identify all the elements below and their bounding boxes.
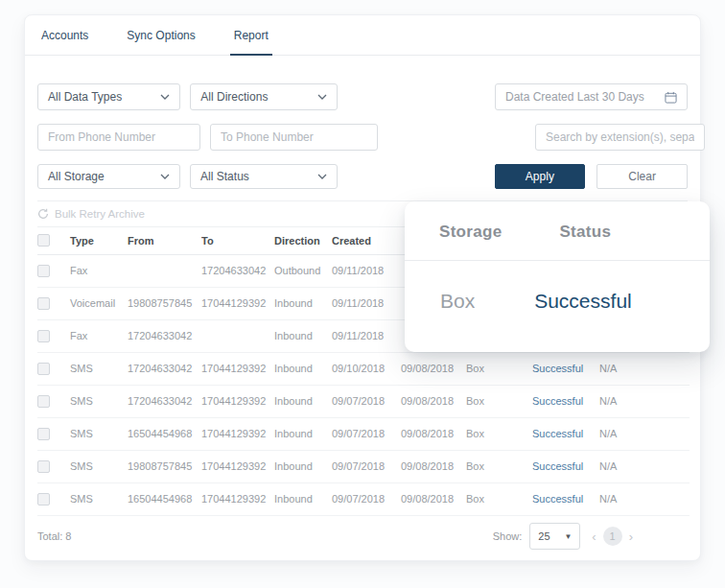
cell-extra: N/A	[599, 482, 690, 515]
cell-storage: Box	[466, 417, 532, 450]
cell-created: 09/11/2018	[332, 319, 401, 352]
clear-button[interactable]: Clear	[596, 164, 688, 189]
header-direction: Direction	[274, 227, 332, 254]
row-checkbox[interactable]	[37, 265, 50, 277]
cell-status[interactable]: Successful	[532, 450, 599, 482]
tab-sync-options[interactable]: Sync Options	[123, 15, 199, 55]
data-types-select[interactable]: All Data Types	[37, 83, 180, 110]
row-select-cell	[37, 352, 70, 385]
directions-select[interactable]: All Directions	[190, 83, 338, 110]
cell-from: 17204633042	[128, 352, 201, 385]
popup-header-row: Storage Status	[405, 201, 710, 242]
popup-storage-header: Storage	[439, 223, 502, 242]
cell-from: 19808757845	[128, 287, 201, 319]
cell-direction: Inbound	[274, 450, 332, 482]
extension-search-input[interactable]	[535, 124, 705, 151]
chevron-down-icon	[317, 94, 327, 100]
chevron-down-icon	[160, 94, 170, 100]
cell-direction: Outbound	[274, 254, 332, 287]
from-phone-input[interactable]	[37, 124, 200, 151]
popup-storage-value: Box	[440, 290, 475, 313]
cell-extra: N/A	[599, 352, 690, 385]
row-checkbox[interactable]	[37, 297, 50, 310]
calendar-icon	[665, 91, 677, 104]
next-page-icon[interactable]: ›	[629, 529, 633, 544]
apply-button[interactable]: Apply	[495, 164, 586, 189]
table-row: SMS1720463304217044129392Inbound09/10/20…	[37, 352, 690, 385]
show-label: Show:	[493, 530, 523, 542]
cell-direction: Inbound	[274, 417, 332, 450]
cell-to: 17044129392	[201, 352, 274, 385]
cell-created: 09/07/2018	[332, 417, 401, 450]
popup-status-value: Successful	[534, 290, 632, 313]
directions-select-value: All Directions	[200, 90, 268, 104]
storage-select-value: All Storage	[48, 170, 105, 183]
row-checkbox[interactable]	[37, 395, 50, 408]
cell-extra: N/A	[599, 417, 690, 450]
cell-type: Fax	[70, 319, 128, 352]
row-select-cell	[37, 450, 70, 482]
cell-type: SMS	[70, 417, 128, 450]
cell-synced: 09/08/2018	[401, 417, 466, 450]
cell-type: Voicemail	[70, 287, 128, 319]
row-select-cell	[37, 319, 70, 352]
cell-from	[128, 254, 201, 287]
cell-from: 17204633042	[128, 319, 201, 352]
table-row: SMS1650445496817044129392Inbound09/07/20…	[37, 417, 690, 450]
row-select-cell	[37, 417, 70, 450]
date-range-field[interactable]: Data Created Last 30 Days	[495, 83, 688, 110]
current-page-badge[interactable]: 1	[603, 527, 622, 546]
status-select[interactable]: All Status	[190, 164, 337, 189]
header-to: To	[201, 227, 274, 254]
cell-type: SMS	[70, 352, 128, 385]
page-size-select[interactable]: 25 ▼	[529, 523, 580, 550]
row-checkbox[interactable]	[37, 428, 50, 440]
tab-accounts[interactable]: Accounts	[37, 15, 92, 55]
cell-type: SMS	[70, 482, 128, 515]
select-all-checkbox[interactable]	[37, 234, 50, 247]
cell-direction: Inbound	[274, 385, 332, 417]
cell-to: 17044129392	[201, 385, 274, 417]
cell-from: 17204633042	[128, 385, 201, 417]
to-phone-input[interactable]	[210, 124, 378, 151]
cell-created: 09/07/2018	[332, 482, 401, 515]
header-type: Type	[70, 227, 128, 254]
row-select-cell	[37, 254, 70, 287]
cell-type: Fax	[70, 254, 128, 287]
cell-status[interactable]: Successful	[532, 417, 599, 450]
table-row: SMS1650445496817044129392Inbound09/07/20…	[37, 482, 690, 515]
cell-storage: Box	[466, 482, 532, 515]
filters-section: All Data Types All Directions Data Creat…	[25, 56, 700, 189]
row-checkbox[interactable]	[37, 363, 50, 375]
page-size-value: 25	[538, 530, 550, 542]
cell-created: 09/11/2018	[332, 287, 401, 319]
popup-value-row: Box Successful	[405, 261, 710, 313]
tab-bar: Accounts Sync Options Report	[25, 15, 700, 56]
cell-created: 09/10/2018	[332, 352, 401, 385]
cell-from: 16504454968	[128, 482, 201, 515]
cell-status[interactable]: Successful	[532, 385, 599, 417]
pagination: ‹ 1 ›	[592, 527, 633, 546]
row-checkbox[interactable]	[37, 460, 50, 473]
cell-extra: N/A	[599, 385, 690, 417]
cell-direction: Inbound	[274, 287, 332, 319]
row-checkbox[interactable]	[37, 493, 50, 506]
cell-to: 17044129392	[201, 417, 274, 450]
row-select-cell	[37, 287, 70, 319]
cell-created: 09/11/2018	[332, 254, 401, 287]
cell-synced: 09/08/2018	[401, 352, 466, 385]
storage-select[interactable]: All Storage	[37, 164, 180, 189]
table-row: SMS1980875784517044129392Inbound09/07/20…	[37, 450, 690, 482]
cell-direction: Inbound	[274, 352, 332, 385]
chevron-down-icon	[160, 174, 170, 179]
cell-status[interactable]: Successful	[532, 352, 599, 385]
cell-to	[201, 319, 274, 352]
tab-report[interactable]: Report	[230, 15, 272, 55]
prev-page-icon[interactable]: ‹	[592, 529, 596, 544]
cell-storage: Box	[466, 450, 532, 482]
header-from: From	[128, 227, 201, 254]
cell-from: 19808757845	[128, 450, 201, 482]
bulk-retry-archive-button[interactable]: Bulk Retry Archive	[55, 208, 145, 220]
row-checkbox[interactable]	[37, 330, 50, 342]
cell-status[interactable]: Successful	[532, 482, 599, 515]
